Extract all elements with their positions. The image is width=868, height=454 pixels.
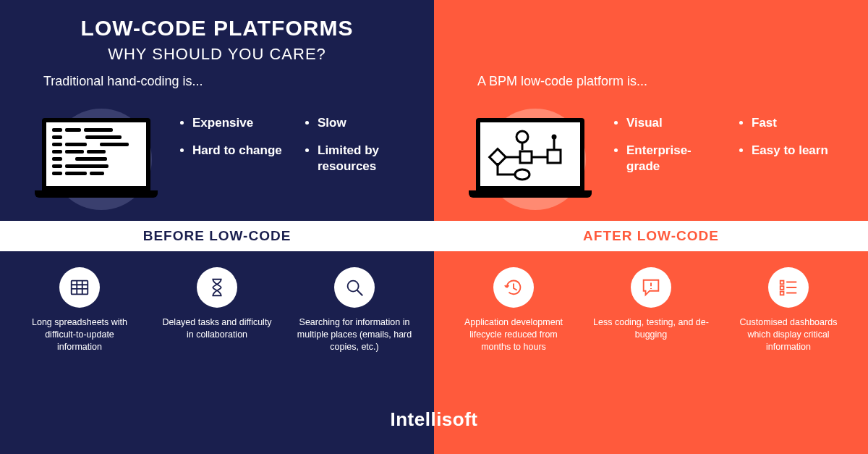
left-panel: LOW-CODE PLATFORMS WHY SHOULD YOU CARE? … [0, 0, 434, 454]
right-panel: .. A BPM low-code platform is... [434, 0, 868, 454]
bullet: Visual [626, 115, 721, 131]
bullet: Enterprise-grade [626, 143, 721, 175]
left-bullets: Expensive Slow Hard to change Limited by… [179, 105, 412, 175]
right-intro: A BPM low-code platform is... [434, 74, 868, 89]
svg-point-6 [553, 135, 556, 138]
svg-rect-0 [72, 281, 88, 295]
bullet: Fast [752, 115, 846, 131]
item-delay: Delayed tasks and difficulty in collabor… [159, 267, 275, 353]
subtitle: WHY SHOULD YOU CARE? [0, 45, 434, 64]
item-search: Searching for information in multiple pl… [297, 267, 412, 353]
header: LOW-CODE PLATFORMS WHY SHOULD YOU CARE? [0, 0, 434, 64]
svg-point-7 [515, 169, 529, 180]
spreadsheet-icon [59, 267, 100, 308]
left-band: BEFORE LOW-CODE [0, 221, 434, 251]
search-icon [334, 267, 375, 308]
svg-rect-5 [548, 150, 561, 163]
right-bottom: Application development lifecycle reduce… [434, 251, 868, 361]
brand-logo: Intellisoft [390, 408, 477, 431]
left-bottom: Long spreadsheets with difficult-to-upda… [0, 251, 434, 361]
svg-point-1 [348, 281, 359, 292]
left-intro: Traditional hand-coding is... [0, 74, 434, 89]
right-bullets: Visual Fast Enterprise-grade Easy to lea… [613, 105, 846, 175]
list-icon [768, 267, 809, 308]
main-title: LOW-CODE PLATFORMS [0, 16, 434, 41]
code-laptop-icon [22, 105, 166, 214]
item-lifecycle: Application development lifecycle reduce… [456, 267, 571, 353]
bullet: Slow [318, 115, 412, 131]
bullet: Easy to learn [752, 143, 846, 175]
item-less-coding: Less coding, testing, and de-bugging [593, 267, 709, 353]
diagram-laptop-icon [456, 105, 600, 214]
item-spreadsheet: Long spreadsheets with difficult-to-upda… [22, 267, 137, 353]
history-icon [493, 267, 534, 308]
svg-rect-3 [490, 149, 506, 166]
right-band: AFTER LOW-CODE [434, 221, 868, 251]
svg-point-2 [516, 131, 528, 143]
svg-rect-9 [780, 286, 784, 290]
left-section: Expensive Slow Hard to change Limited by… [0, 92, 434, 221]
svg-rect-10 [780, 292, 784, 295]
bullet: Expensive [192, 115, 287, 131]
bullet: Limited by resources [318, 143, 412, 175]
right-section: Visual Fast Enterprise-grade Easy to lea… [434, 92, 868, 221]
hourglass-icon [197, 267, 237, 308]
bullet: Hard to change [192, 143, 287, 175]
item-dashboards: Customised dashboards which display crit… [731, 267, 846, 353]
svg-rect-4 [520, 151, 532, 163]
svg-rect-8 [780, 281, 784, 285]
alert-chat-icon [631, 267, 671, 308]
